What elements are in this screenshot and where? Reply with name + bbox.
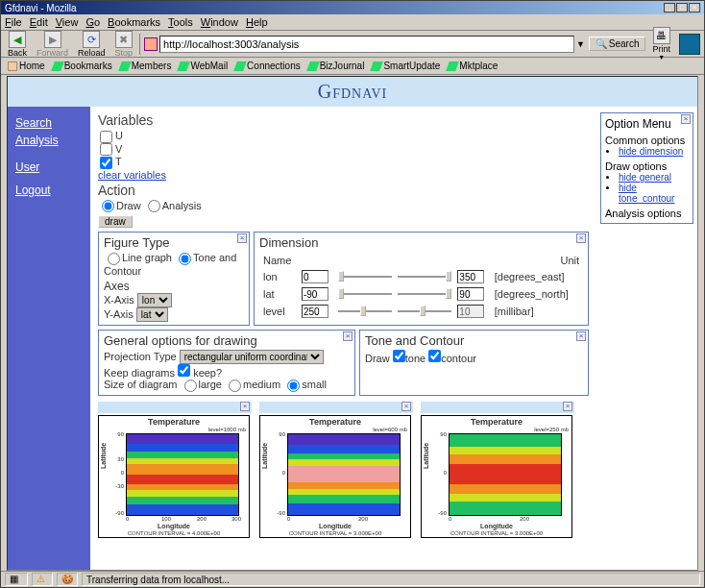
sidebar-search[interactable]: Search [15, 116, 83, 130]
plot-3-close-icon[interactable]: × [563, 402, 572, 411]
dim-lon-name: lon [261, 269, 298, 284]
plot-3-image: Temperature level=250 mb Latitude [421, 415, 572, 538]
size-large-radio[interactable] [184, 380, 197, 392]
stop-button[interactable]: ✖Stop [112, 31, 136, 58]
main-column: Variables U V T clear variables Action D… [90, 107, 596, 571]
draw-button[interactable]: draw [98, 215, 133, 228]
close-window-button[interactable]: × [689, 3, 700, 12]
reload-button[interactable]: ⟳Reload [75, 31, 109, 58]
bm-home[interactable]: Home [5, 61, 48, 71]
menu-view[interactable]: View [56, 16, 79, 28]
size-small-radio[interactable] [287, 380, 300, 392]
plot-2-xlabel: Longitude [260, 523, 410, 529]
clear-variables-link[interactable]: clear variables [98, 169, 166, 181]
yaxis-select[interactable]: lat [136, 307, 168, 322]
menu-edit[interactable]: Edit [30, 16, 48, 28]
action-draw-label: Draw [116, 200, 141, 211]
hide-general-link[interactable]: hide general [619, 172, 671, 183]
bookmark-icon [233, 61, 247, 71]
menu-bookmarks[interactable]: Bookmarks [108, 16, 160, 28]
tone-contour-panel: × Tone and Contour Draw tone contour [359, 330, 589, 396]
plot-1-ylabel: Latitude [100, 442, 107, 468]
tone-checkbox[interactable] [393, 350, 405, 362]
bm-smartupdate[interactable]: SmartUpdate [369, 61, 443, 71]
sidebar: Search Analysis User Logout [8, 107, 90, 571]
sidebar-analysis[interactable]: Analysis [15, 134, 83, 147]
status-cookie-icon: 🍪 [61, 574, 73, 585]
figure-line-radio[interactable] [108, 253, 120, 265]
figure-panel-close-icon[interactable]: × [237, 233, 247, 243]
var-v-label: V [115, 143, 122, 155]
var-t-checkbox[interactable] [100, 157, 112, 169]
keep-checkbox[interactable] [178, 364, 190, 377]
dim-row-lat: lat [degrees_north] [261, 286, 581, 302]
dim-lat-max-input[interactable] [457, 287, 484, 301]
forward-button[interactable]: ▶Forward [34, 31, 71, 58]
bm-webmail[interactable]: WebMail [176, 61, 231, 71]
yaxis-label: Y-Axis [104, 308, 134, 320]
dim-lat-min-slider[interactable] [338, 287, 392, 301]
var-v-checkbox[interactable] [100, 143, 112, 156]
plot-2-sub: level=600 mb [373, 427, 407, 432]
bm-members[interactable]: Members [117, 61, 175, 71]
url-input[interactable] [159, 36, 574, 53]
action-heading: Action [98, 183, 589, 198]
bookmark-page-icon[interactable] [144, 37, 158, 51]
menu-go[interactable]: Go [85, 16, 100, 28]
tone-panel-close-icon[interactable]: × [576, 331, 586, 341]
dim-lat-max-slider[interactable] [398, 287, 451, 301]
print-button[interactable]: 🖶Print▼ [649, 27, 673, 61]
menu-help[interactable]: Help [246, 16, 268, 28]
action-analysis-radio[interactable] [148, 200, 160, 212]
hide-dimension-link[interactable]: hide dimension [619, 146, 683, 157]
dim-level-max-slider[interactable] [398, 305, 451, 318]
bookmark-icon [51, 61, 64, 71]
bm-bizjournal[interactable]: BizJournal [305, 61, 368, 71]
url-dropdown-icon[interactable]: ▼ [576, 39, 585, 49]
bookmark-icon [306, 61, 320, 71]
bm-connections[interactable]: Connections [232, 61, 304, 71]
draw-opts-heading: Draw options [605, 160, 689, 172]
back-button[interactable]: ◀Back [5, 31, 30, 58]
maximize-button[interactable]: □ [676, 3, 688, 12]
sidebar-logout[interactable]: Logout [15, 184, 83, 197]
figure-tone-radio[interactable] [179, 253, 191, 265]
option-panel-close-icon[interactable]: × [681, 114, 691, 124]
dim-lon-min-slider[interactable] [338, 270, 392, 283]
size-small-label: small [302, 379, 327, 390]
dim-lat-min-input[interactable] [302, 287, 328, 301]
dimension-panel-close-icon[interactable]: × [576, 233, 586, 243]
search-button[interactable]: 🔍Search [589, 37, 646, 51]
sidebar-user[interactable]: User [15, 160, 83, 174]
plot-2-close-icon[interactable]: × [401, 402, 411, 411]
dim-level-min-slider[interactable] [338, 305, 392, 318]
dim-lon-max-input[interactable] [457, 270, 484, 283]
proj-select[interactable]: rectangular uniform coordinate [180, 350, 324, 364]
variables-heading: Variables [98, 112, 589, 128]
plot-2-ylabel: Latitude [261, 442, 268, 468]
general-panel-close-icon[interactable]: × [343, 331, 352, 341]
xaxis-select[interactable]: lon [137, 293, 172, 307]
analysis-opts-heading: Analysis options [605, 208, 689, 219]
menu-file[interactable]: File [5, 16, 22, 28]
plot-3-xlabel: Longitude [422, 523, 571, 529]
size-medium-radio[interactable] [229, 380, 241, 392]
var-u-checkbox[interactable] [100, 131, 112, 143]
dim-lon-max-slider[interactable] [398, 270, 451, 283]
search-icon: 🔍 [596, 38, 607, 49]
menu-window[interactable]: Window [201, 16, 238, 28]
menu-tools[interactable]: Tools [168, 16, 193, 28]
plot-1-close-icon[interactable]: × [240, 402, 250, 411]
contour-checkbox[interactable] [428, 350, 441, 362]
size-large-label: large [199, 379, 222, 390]
minimize-button[interactable]: _ [664, 3, 675, 12]
dim-lon-min-input[interactable] [302, 270, 328, 283]
action-draw-radio[interactable] [102, 200, 114, 212]
bm-bookmarks[interactable]: Bookmarks [50, 61, 115, 71]
hide-tonecontour-link[interactable]: hide tone_contour [619, 183, 674, 204]
tone-label: tone [405, 353, 425, 364]
dim-level-min-input[interactable] [302, 305, 328, 318]
bm-mktplace[interactable]: Mktplace [445, 61, 500, 71]
size-medium-label: medium [243, 379, 280, 390]
contour-label: contour [441, 353, 476, 364]
